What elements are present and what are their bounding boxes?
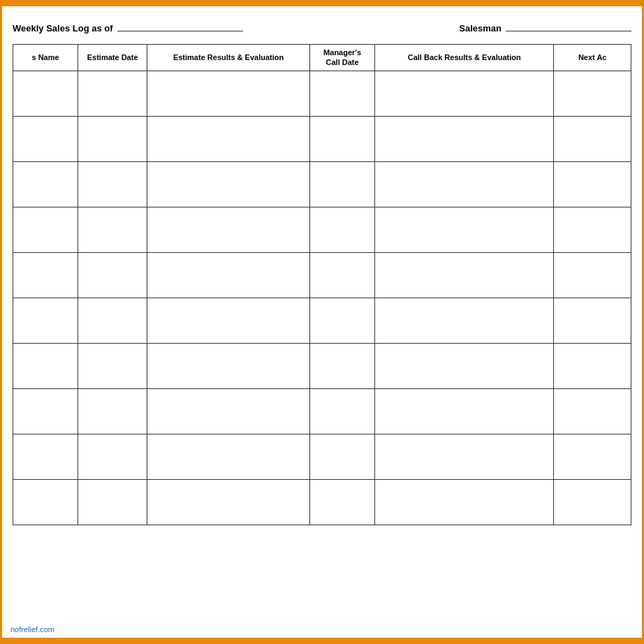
table-header-row: s Name Estimate Date Estimate Results & … (13, 45, 631, 71)
salesman-field[interactable] (506, 20, 631, 31)
footer-text: nofrelief.com (10, 625, 54, 634)
table-cell-3-5[interactable] (554, 207, 631, 252)
table-cell-7-3[interactable] (310, 388, 375, 434)
date-field[interactable] (117, 20, 243, 31)
table-cell-4-3[interactable] (310, 252, 375, 298)
table-cell-0-4[interactable] (375, 71, 554, 116)
log-table: s Name Estimate Date Estimate Results & … (13, 44, 631, 525)
table-cell-5-5[interactable] (554, 298, 631, 343)
table-cell-1-4[interactable] (375, 116, 554, 161)
col-header-next: Next Ac (554, 45, 631, 71)
header-left: Weekly Sales Log as of (13, 20, 243, 34)
page-container: Weekly Sales Log as of Salesman s Name E… (0, 0, 644, 644)
table-cell-0-0[interactable] (13, 71, 78, 116)
table-cell-7-4[interactable] (375, 388, 554, 434)
table-row (13, 388, 631, 434)
table-cell-1-5[interactable] (554, 116, 631, 161)
table-cell-1-2[interactable] (147, 116, 310, 161)
table-row (13, 252, 631, 298)
table-cell-0-5[interactable] (554, 71, 631, 116)
table-row (13, 298, 631, 343)
table-cell-3-4[interactable] (375, 207, 554, 252)
header-line: Weekly Sales Log as of Salesman (13, 20, 631, 34)
table-cell-3-1[interactable] (78, 207, 147, 252)
col-header-estimate-results: Estimate Results & Evaluation (147, 45, 310, 71)
table-cell-7-5[interactable] (554, 388, 631, 434)
col-header-estimate-date: Estimate Date (78, 45, 147, 71)
header-right: Salesman (459, 20, 631, 34)
table-cell-7-0[interactable] (13, 388, 78, 434)
col-header-callback: Call Back Results & Evaluation (375, 45, 554, 71)
table-cell-3-3[interactable] (310, 207, 375, 252)
table-row (13, 434, 631, 479)
table-row (13, 71, 631, 116)
title-prefix: Weekly Sales Log as of (13, 23, 113, 34)
table-cell-1-0[interactable] (13, 116, 78, 161)
table-cell-8-2[interactable] (147, 434, 310, 479)
table-cell-3-0[interactable] (13, 207, 78, 252)
table-cell-5-4[interactable] (375, 298, 554, 343)
table-cell-4-5[interactable] (554, 252, 631, 298)
table-cell-1-1[interactable] (78, 116, 147, 161)
table-cell-4-0[interactable] (13, 252, 78, 298)
content-area: Weekly Sales Log as of Salesman s Name E… (2, 6, 642, 532)
table-cell-6-0[interactable] (13, 343, 78, 388)
table-cell-8-5[interactable] (554, 434, 631, 479)
table-cell-2-5[interactable] (554, 161, 631, 207)
table-row (13, 343, 631, 388)
table-row (13, 116, 631, 161)
table-row (13, 479, 631, 525)
table-cell-6-1[interactable] (78, 343, 147, 388)
table-cell-8-0[interactable] (13, 434, 78, 479)
table-cell-9-2[interactable] (147, 479, 310, 525)
table-cell-2-1[interactable] (78, 161, 147, 207)
table-cell-4-4[interactable] (375, 252, 554, 298)
table-cell-0-3[interactable] (310, 71, 375, 116)
table-cell-8-4[interactable] (375, 434, 554, 479)
table-cell-9-3[interactable] (310, 479, 375, 525)
table-cell-5-3[interactable] (310, 298, 375, 343)
table-body (13, 71, 631, 525)
table-cell-8-3[interactable] (310, 434, 375, 479)
col-header-managers-call: Manager'sCall Date (310, 45, 375, 71)
table-cell-9-1[interactable] (78, 479, 147, 525)
table-cell-9-0[interactable] (13, 479, 78, 525)
table-row (13, 161, 631, 207)
table-cell-6-2[interactable] (147, 343, 310, 388)
table-cell-5-0[interactable] (13, 298, 78, 343)
table-cell-6-5[interactable] (554, 343, 631, 388)
table-cell-8-1[interactable] (78, 434, 147, 479)
table-cell-6-4[interactable] (375, 343, 554, 388)
table-cell-0-1[interactable] (78, 71, 147, 116)
bottom-border (2, 638, 642, 642)
table-cell-2-4[interactable] (375, 161, 554, 207)
table-cell-3-2[interactable] (147, 207, 310, 252)
website-label: nofrelief.com (10, 625, 54, 634)
table-row (13, 207, 631, 252)
table-cell-7-2[interactable] (147, 388, 310, 434)
table-cell-1-3[interactable] (310, 116, 375, 161)
table-cell-6-3[interactable] (310, 343, 375, 388)
table-cell-0-2[interactable] (147, 71, 310, 116)
col-header-name: s Name (13, 45, 78, 71)
table-cell-9-5[interactable] (554, 479, 631, 525)
table-cell-2-2[interactable] (147, 161, 310, 207)
table-cell-4-2[interactable] (147, 252, 310, 298)
table-cell-5-1[interactable] (78, 298, 147, 343)
table-cell-5-2[interactable] (147, 298, 310, 343)
table-cell-2-0[interactable] (13, 161, 78, 207)
table-cell-7-1[interactable] (78, 388, 147, 434)
salesman-label: Salesman (459, 23, 502, 34)
table-cell-4-1[interactable] (78, 252, 147, 298)
table-cell-9-4[interactable] (375, 479, 554, 525)
table-cell-2-3[interactable] (310, 161, 375, 207)
